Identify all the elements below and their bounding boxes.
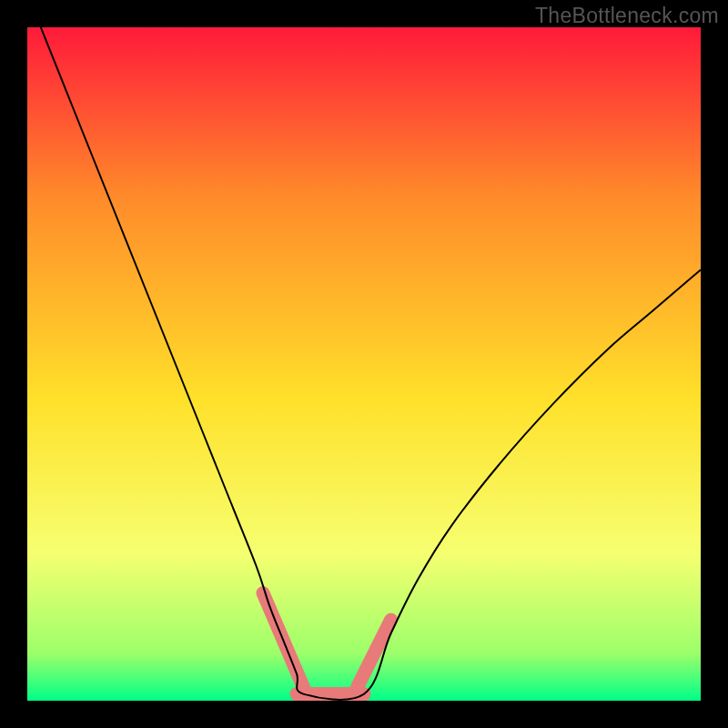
watermark-label: TheBottleneck.com [535, 4, 719, 28]
gradient-background [27, 27, 701, 701]
chart-frame: TheBottleneck.com [0, 0, 728, 728]
chart-svg [27, 27, 701, 701]
plot-area [27, 27, 701, 701]
